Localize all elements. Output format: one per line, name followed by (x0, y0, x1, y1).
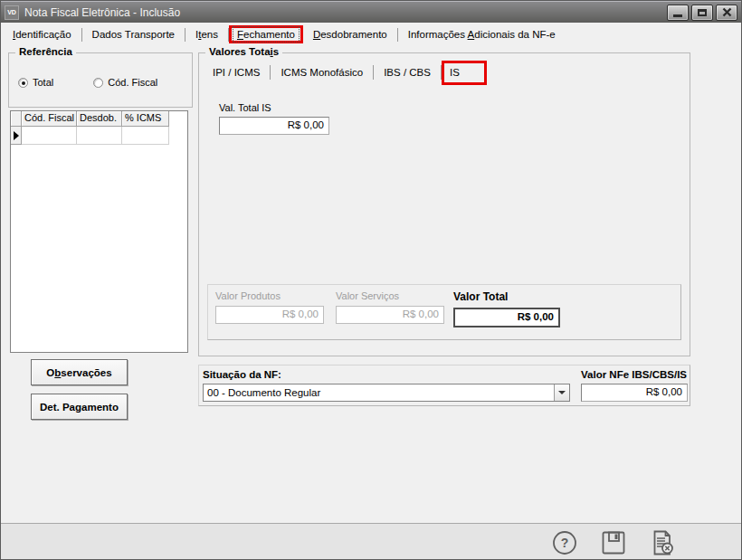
tab-dados-transporte[interactable]: Dados Transporte (82, 26, 185, 43)
tab-label: dentificação (15, 29, 71, 40)
val-total-is-label: Val. Total IS (219, 102, 271, 113)
summary-panel: Valor Produtos R$ 0,00 Valor Serviços R$… (207, 284, 681, 340)
grid-header-icms: % ICMS (122, 111, 169, 127)
cancel-document-icon (649, 529, 676, 556)
det-pagamento-button[interactable]: Det. Pagamento (31, 394, 128, 420)
radio-button-icon (93, 78, 103, 88)
referencia-groupbox: Referência Total Cód. Fiscal (8, 52, 193, 108)
main-tabbar: Identificação Dados Transporte Itens Fec… (1, 24, 741, 45)
situacao-label: Situação da NF: (203, 369, 281, 380)
tab-label: ens (201, 29, 218, 40)
tab-label: dicionais da NF-e (474, 29, 555, 40)
referencia-title: Referência (15, 46, 76, 57)
app-icon: VD (5, 5, 19, 20)
valor-total-input: R$ 0,00 (453, 308, 560, 327)
svg-text:?: ? (561, 536, 569, 550)
tab-label: echamento (243, 29, 295, 40)
valores-subtabs: IPI / ICMS ICMS Monofásico IBS / CBS IS (203, 61, 487, 84)
val-total-is-input[interactable]: R$ 0,00 (219, 117, 329, 135)
window-controls (667, 5, 737, 21)
subtab-ibs-cbs[interactable]: IBS / CBS (374, 63, 441, 81)
save-button[interactable] (600, 529, 627, 556)
save-icon (600, 529, 627, 556)
radio-total[interactable]: Total (18, 77, 53, 88)
minimize-button[interactable] (667, 5, 689, 21)
situacao-selected-value: 00 - Documento Regular (204, 387, 554, 398)
situacao-panel: Situação da NF: 00 - Documento Regular V… (198, 365, 690, 406)
tab-label: D (313, 29, 320, 40)
close-icon (722, 7, 732, 17)
row-selector-icon (11, 127, 22, 145)
titlebar: VD Nota Fiscal Eletrônica - Inclusão (1, 1, 741, 23)
tab-label: Informações (408, 29, 468, 40)
cod-fiscal-grid: Cód. Fiscal Desdob. % ICMS (10, 110, 188, 353)
valor-total-label: Valor Total (453, 290, 560, 303)
valor-produtos-label: Valor Produtos (215, 290, 324, 301)
situacao-combobox[interactable]: 00 - Documento Regular (203, 384, 570, 402)
tab-label: F (237, 29, 243, 40)
valor-servicos-input: R$ 0,00 (336, 306, 444, 324)
tab-fechamento[interactable]: Fechamento (232, 28, 300, 41)
help-icon: ? (551, 529, 578, 556)
subtab-is[interactable]: IS (444, 65, 465, 80)
maximize-icon (698, 9, 707, 16)
valores-totais-groupbox: Valores Totais IPI / ICMS ICMS Monofásic… (198, 52, 690, 356)
radio-total-label: Total (33, 77, 53, 88)
cancel-document-button[interactable] (649, 529, 676, 556)
radio-cod-fiscal-label: Cód. Fiscal (108, 77, 157, 88)
footer-toolbar: ? (1, 524, 741, 560)
tab-itens[interactable]: Itens (186, 26, 228, 43)
valor-servicos-label: Valor Serviços (336, 290, 444, 301)
valor-nfe-input[interactable]: R$ 0,00 (581, 384, 688, 402)
button-label: O (46, 367, 54, 378)
valores-totais-title: Valores Totais (205, 46, 282, 57)
highlight-annotation-is: IS (442, 61, 487, 85)
grid-corner-cell (11, 111, 22, 127)
help-button[interactable]: ? (551, 529, 578, 556)
grid-header-desdob: Desdob. (77, 111, 122, 127)
tab-identificacao[interactable]: Identificação (3, 26, 81, 43)
chevron-down-icon (558, 391, 566, 394)
button-label: servações (61, 367, 111, 378)
button-label: Det. Pagamento (40, 402, 119, 413)
grid-cell-desdob[interactable] (77, 127, 122, 145)
subtab-ipi-icms[interactable]: IPI / ICMS (203, 63, 270, 81)
tab-label: Dados Transporte (92, 29, 175, 40)
radio-cod-fiscal[interactable]: Cód. Fiscal (93, 77, 157, 88)
grid-cell-cod-fiscal[interactable] (22, 127, 77, 145)
valor-produtos-input: R$ 0,00 (215, 306, 324, 324)
maximize-button[interactable] (691, 5, 713, 21)
tab-label: esdobramento (320, 29, 387, 40)
grid-header: Cód. Fiscal Desdob. % ICMS (11, 111, 187, 127)
radio-button-icon (18, 78, 28, 88)
grid-cell-icms[interactable] (122, 127, 169, 145)
observacoes-button[interactable]: Observações (31, 359, 128, 385)
highlight-annotation-fechamento: Fechamento (229, 25, 303, 43)
subtab-icms-monofasico[interactable]: ICMS Monofásico (271, 63, 373, 81)
close-button[interactable] (716, 5, 737, 21)
tab-desdobramento[interactable]: Desdobramento (303, 26, 397, 43)
valor-nfe-label: Valor NFe IBS/CBS/IS (581, 369, 687, 380)
window-title: Nota Fiscal Eletrônica - Inclusão (24, 6, 667, 19)
minimize-icon (673, 14, 682, 17)
combobox-dropdown-button[interactable] (554, 384, 569, 401)
grid-header-cod-fiscal: Cód. Fiscal (22, 111, 77, 127)
table-row (11, 127, 187, 145)
tab-informacoes-adicionais[interactable]: Informações Adicionais da NF-e (398, 26, 566, 43)
nota-fiscal-window: VD Nota Fiscal Eletrônica - Inclusão Ide… (0, 0, 742, 560)
